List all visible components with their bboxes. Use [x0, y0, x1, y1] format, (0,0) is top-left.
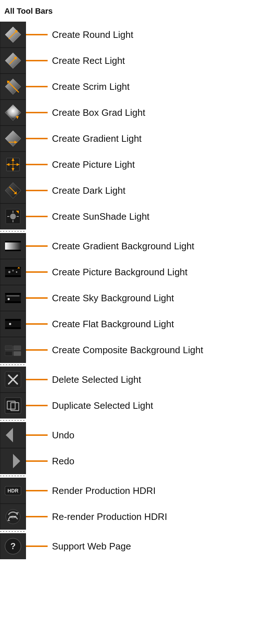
svg-text:HDR: HDR [8, 488, 18, 494]
toolbar-item[interactable]: HDR Render Production HDRI [0, 478, 272, 504]
item-label: Create Scrim Light [48, 81, 130, 92]
toolbar-item[interactable]: Create Picture Light [0, 152, 272, 178]
create-picture-light-icon[interactable] [0, 152, 26, 178]
connector [26, 546, 48, 547]
connector [26, 86, 48, 87]
create-picture-bg-light-icon[interactable] [0, 259, 26, 285]
connector [26, 190, 48, 191]
create-composite-bg-light-icon[interactable] [0, 337, 26, 363]
page-title: All Tool Bars [0, 4, 272, 22]
svg-point-39 [16, 271, 17, 273]
toolbar-item[interactable]: Create Picture Background Light [0, 259, 272, 285]
item-label: Create Sky Background Light [48, 293, 174, 304]
create-round-light-icon[interactable] [0, 22, 26, 48]
re-render-production-hdri-icon[interactable]: HDR [0, 504, 26, 530]
svg-rect-53 [14, 351, 21, 356]
svg-marker-63 [13, 454, 20, 468]
create-sunshade-light-icon[interactable] [0, 203, 26, 229]
svg-rect-31 [5, 242, 21, 250]
toolbar-list: Create Round Light Create Rect Light [0, 22, 272, 559]
toolbar-item[interactable]: Create Rect Light [0, 48, 272, 74]
svg-rect-43 [5, 301, 21, 303]
svg-rect-42 [5, 293, 21, 295]
connector [26, 434, 48, 436]
item-label: Support Web Page [48, 541, 131, 552]
item-label: Create Picture Light [48, 159, 135, 170]
connector [26, 138, 48, 139]
item-label: Create SunShade Light [48, 211, 149, 222]
svg-rect-51 [14, 346, 21, 350]
create-rect-light-icon[interactable] [0, 48, 26, 74]
connector [26, 112, 48, 113]
item-label: Create Gradient Background Light [48, 241, 194, 252]
connector [26, 405, 48, 406]
item-label: Undo [48, 430, 74, 441]
toolbar-item[interactable]: Undo [0, 422, 272, 448]
toolbar-item[interactable]: Create Flat Background Light [0, 311, 272, 337]
svg-rect-32 [5, 250, 21, 251]
svg-rect-33 [5, 241, 21, 242]
create-sky-bg-light-icon[interactable] [0, 285, 26, 311]
svg-point-38 [12, 270, 14, 272]
connector [26, 460, 48, 462]
toolbar-item[interactable]: Create Scrim Light [0, 74, 272, 100]
item-label: Render Production HDRI [48, 485, 156, 496]
connector [26, 164, 48, 165]
connector [26, 516, 48, 517]
svg-point-25 [10, 214, 16, 219]
toolbar-item[interactable]: Create Gradient Light [0, 126, 272, 152]
toolbar-item[interactable]: Delete Selected Light [0, 367, 272, 393]
create-scrim-light-icon[interactable] [0, 74, 26, 100]
undo-icon[interactable] [0, 422, 26, 448]
create-dark-light-icon[interactable] [0, 178, 26, 203]
connector [26, 297, 48, 299]
item-label: Re-render Production HDRI [48, 511, 167, 522]
toolbar-item[interactable]: ? Support Web Page [0, 533, 272, 559]
svg-rect-52 [5, 351, 12, 356]
connector [26, 271, 48, 273]
render-production-hdri-icon[interactable]: HDR [0, 478, 26, 504]
toolbar-item[interactable]: Create Gradient Background Light [0, 233, 272, 259]
create-box-grad-light-icon[interactable] [0, 100, 26, 126]
svg-text:?: ? [10, 541, 16, 551]
toolbar-item[interactable]: Create Dark Light [0, 178, 272, 203]
svg-point-37 [8, 271, 10, 273]
separator [0, 475, 26, 477]
svg-rect-47 [5, 319, 21, 321]
toolbar-item[interactable]: Create Composite Background Light [0, 337, 272, 363]
toolbar-item[interactable]: HDR Re-render Production HDRI [0, 504, 272, 530]
create-gradient-bg-light-icon[interactable] [0, 233, 26, 259]
toolbar-item[interactable]: Create Round Light [0, 22, 272, 48]
toolbar-item[interactable]: Create SunShade Light [0, 203, 272, 229]
separator [0, 419, 26, 421]
redo-icon[interactable] [0, 448, 26, 474]
connector [26, 490, 48, 491]
toolbar-item[interactable]: Duplicate Selected Light [0, 393, 272, 419]
item-label: Create Flat Background Light [48, 319, 174, 330]
item-label: Redo [48, 456, 74, 467]
svg-rect-50 [5, 346, 12, 350]
connector [26, 34, 48, 35]
separator [0, 364, 26, 366]
svg-marker-10 [16, 116, 19, 119]
connector [26, 60, 48, 61]
create-gradient-light-icon[interactable] [0, 126, 26, 152]
duplicate-selected-light-icon[interactable] [0, 393, 26, 419]
item-label: Create Composite Background Light [48, 345, 203, 356]
svg-point-49 [9, 323, 11, 325]
svg-rect-36 [5, 275, 21, 277]
item-label: Create Round Light [48, 29, 133, 40]
connector [26, 216, 48, 217]
delete-selected-light-icon[interactable] [0, 367, 26, 393]
svg-marker-62 [6, 428, 13, 442]
connector [26, 349, 48, 351]
toolbar-item[interactable]: Create Box Grad Light [0, 100, 272, 126]
item-label: Create Picture Background Light [48, 267, 188, 278]
create-flat-bg-light-icon[interactable] [0, 311, 26, 337]
svg-marker-9 [5, 105, 21, 121]
svg-marker-11 [5, 131, 21, 146]
item-label: Duplicate Selected Light [48, 400, 153, 411]
toolbar-item[interactable]: Create Sky Background Light [0, 285, 272, 311]
support-web-page-icon[interactable]: ? [0, 533, 26, 559]
toolbar-item[interactable]: Redo [0, 448, 272, 474]
